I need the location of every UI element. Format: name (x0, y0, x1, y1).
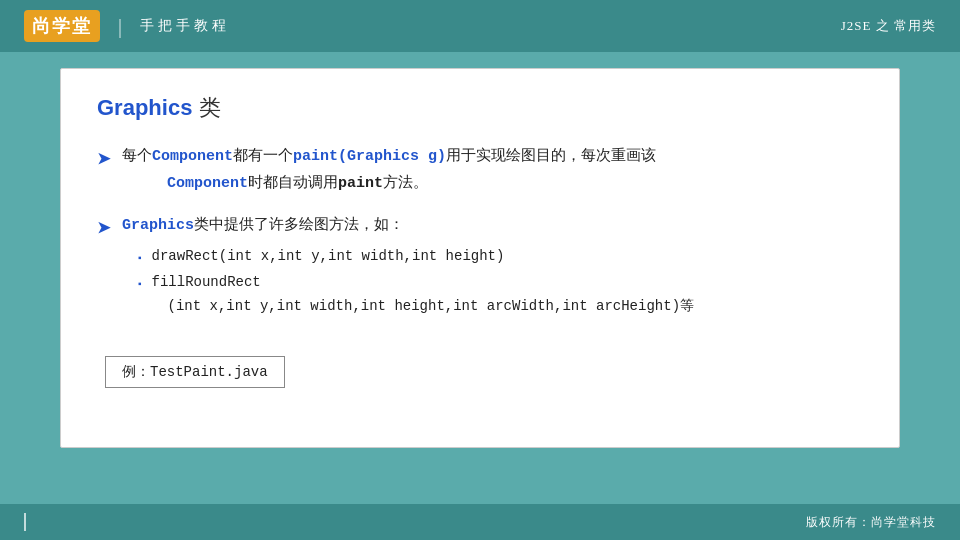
header-title-right: J2SE 之 常用类 (841, 17, 936, 35)
logo-text: 尚学堂 (32, 14, 92, 38)
bullet-list: ➤ 每个Component都有一个paint(Graphics g)用于实现绘图… (97, 143, 863, 322)
example-box: 例：TestPaint.java (105, 356, 285, 388)
b1-text2: Component (152, 148, 233, 165)
bullet-arrow-1: ➤ (97, 145, 110, 172)
slide-title-en: Graphics (97, 95, 192, 120)
bullet-content-2: Graphics类中提供了许多绘图方法，如： ▪ drawRect(int x,… (122, 212, 863, 322)
b1-text3: 都有一个 (233, 147, 293, 163)
b2-text2: 类中提供了许多绘图方法，如： (194, 216, 404, 232)
logo-area: 尚学堂 | 手把手教程 (24, 10, 230, 42)
b1-text1: 每个 (122, 147, 152, 163)
bullet-arrow-2: ➤ (97, 214, 110, 241)
sub-bullet-icon-1: ▪ (138, 250, 142, 266)
slide-title-cn: 类 (199, 95, 221, 120)
bullet-content-1: 每个Component都有一个paint(Graphics g)用于实现绘图目的… (122, 143, 863, 196)
logo-box: 尚学堂 (24, 10, 100, 42)
sub-bullet-icon-2: ▪ (138, 276, 142, 292)
bullet-item-1: ➤ 每个Component都有一个paint(Graphics g)用于实现绘图… (97, 143, 863, 196)
b1-text5: 用于实现绘图目的，每次重画该 (446, 147, 656, 163)
slide-panel: Graphics 类 ➤ 每个Component都有一个paint(Graphi… (60, 68, 900, 448)
example-label: 例： (122, 364, 150, 379)
footer-copyright: 版权所有：尚学堂科技 (806, 514, 936, 531)
logo-subtitle: 手把手教程 (140, 17, 230, 35)
sub-bullet-list: ▪ drawRect(int x,int y,int width,int hei… (122, 245, 863, 318)
sub-bullet-item-1: ▪ drawRect(int x,int y,int width,int hei… (138, 245, 863, 267)
header: 尚学堂 | 手把手教程 J2SE 之 常用类 (0, 0, 960, 52)
sub-bullet-line2: (int x,int y,int width,int height,int ar… (152, 295, 694, 317)
b1-text8: paint (338, 175, 383, 192)
main-content: Graphics 类 ➤ 每个Component都有一个paint(Graphi… (0, 52, 960, 504)
sub-bullet-content-2: fillRoundRect (int x,int y,int width,int… (152, 271, 694, 318)
b1-text4: paint(Graphics g) (293, 148, 446, 165)
b1-text6: Component (167, 175, 248, 192)
b1-text9: 方法。 (383, 174, 428, 190)
b1-text7: 时都自动调用 (248, 174, 338, 190)
logo-divider: | (118, 15, 122, 38)
footer-divider (24, 513, 26, 531)
b2-text1: Graphics (122, 217, 194, 234)
slide-title: Graphics 类 (97, 93, 863, 123)
bullet-item-2: ➤ Graphics类中提供了许多绘图方法，如： ▪ drawRect(int … (97, 212, 863, 322)
example-file: TestPaint.java (150, 364, 268, 380)
sub-bullet-line1: fillRoundRect (152, 271, 694, 293)
footer: 版权所有：尚学堂科技 (0, 504, 960, 540)
sub-bullet-item-2: ▪ fillRoundRect (int x,int y,int width,i… (138, 271, 863, 318)
sub-bullet-text-1: drawRect(int x,int y,int width,int heigh… (152, 245, 505, 267)
